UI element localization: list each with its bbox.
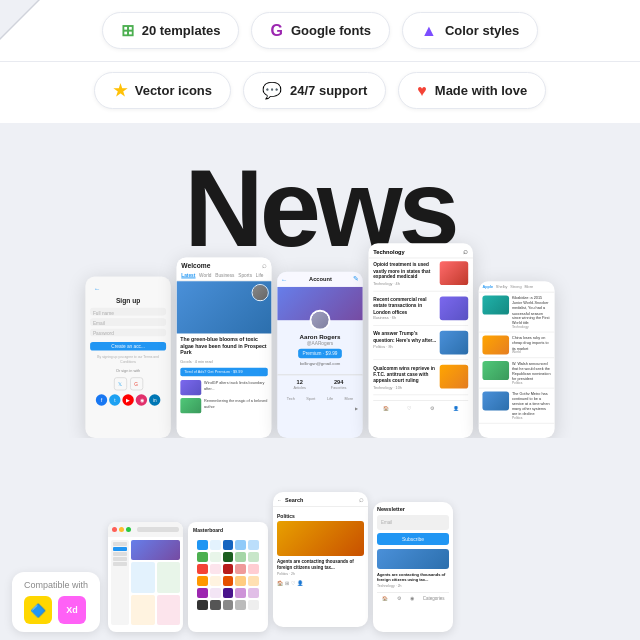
email-input[interactable]: Email xyxy=(377,515,449,530)
premium-banner[interactable]: Tired of Ads? Get Premium · $9.99 xyxy=(180,368,267,377)
signup-password[interactable]: Password xyxy=(90,329,166,337)
profile-background xyxy=(277,287,363,320)
mini-section-tabs: Apple Shelby Strong More xyxy=(479,281,555,292)
profile-nav: ▶ xyxy=(277,404,363,413)
screen-mini-feed: Apple Shelby Strong More Kikabidze: a 20… xyxy=(479,281,555,438)
hero-section: News ← Sign up Full name Email Password … xyxy=(0,123,640,438)
feed-tabs: Latest World Business Sports Life xyxy=(181,272,266,279)
heart-icon: ♥ xyxy=(417,82,427,100)
feature-badges-row1: ⊞ 20 templates G Google fonts ▲ Color st… xyxy=(0,0,640,62)
badge-templates: ⊞ 20 templates xyxy=(102,12,240,49)
list-item: WindGP alters truck limits boundary afte… xyxy=(180,380,267,395)
profile-email: bollingsn@gmail.com xyxy=(282,361,358,366)
list-item: Remembering the magic of a beloved autho… xyxy=(180,399,267,414)
list-item: Recent commercial real estate transactio… xyxy=(373,296,468,326)
search-icon[interactable]: ⌕ xyxy=(463,247,468,256)
twitter-btn[interactable]: 𝕏 xyxy=(113,377,126,390)
palette-icon: ▲ xyxy=(421,22,437,40)
signup-cta[interactable]: Create an acc... xyxy=(90,342,166,351)
mockup-screens: ← Sign up Full name Email Password Creat… xyxy=(85,243,554,438)
list-item: Opioid treatment is used vastly more in … xyxy=(373,261,468,291)
signup-fullname[interactable]: Full name xyxy=(90,308,166,316)
compatible-icons: 🔷 Xd xyxy=(24,596,88,624)
profile-name: Aaron Rogers xyxy=(282,334,358,341)
newsletter-content: Newsletter Email Subscribe Agents are co… xyxy=(373,502,453,608)
folded-corner xyxy=(0,0,40,40)
articles-stat: 12 Articles xyxy=(293,379,305,389)
feed-headline: The green-blue blooms of toxic algae hav… xyxy=(177,334,272,360)
articles-list: Opioid treatment is used vastly more in … xyxy=(368,258,473,438)
chat-icon: 💬 xyxy=(262,81,282,100)
list-item: Qualcomm wins reprieve in F.T.C. antitru… xyxy=(373,365,468,395)
nav-icon: ← xyxy=(277,497,282,503)
newsletter-hero-img xyxy=(377,549,449,569)
xd-icon: Xd xyxy=(58,596,86,624)
list-item: Kikabidze: a 2015 Junior World-Snooker m… xyxy=(479,293,555,333)
desktop-header xyxy=(108,522,183,537)
google-btn[interactable]: G xyxy=(130,377,143,390)
bottom-article: Agents are contacting thousands of forei… xyxy=(277,559,364,576)
list-item: China loses ruby on cheap drug imports t… xyxy=(479,333,555,359)
profile-premium[interactable]: Premium · $9.99 xyxy=(298,349,342,359)
thumb-img xyxy=(180,380,201,395)
social-buttons: 𝕏 G xyxy=(90,377,166,390)
feed-header: Welcome ⌕ Latest World Business Sports L… xyxy=(177,258,272,282)
badge-love: ♥ Made with love xyxy=(398,72,546,109)
badge-icons: ★ Vector icons xyxy=(94,72,231,109)
color-grid xyxy=(193,536,263,614)
signup-email[interactable]: Email xyxy=(90,318,166,326)
feed-small-items: WindGP alters truck limits boundary afte… xyxy=(177,379,272,419)
subscribe-button[interactable]: Subscribe xyxy=(377,533,449,545)
compatible-box: Compatible with 🔷 Xd xyxy=(12,572,100,632)
desktop-content xyxy=(108,537,183,632)
star-icon: ★ xyxy=(113,81,127,100)
signup-title: Sign up xyxy=(90,297,166,304)
screen-signup: ← Sign up Full name Email Password Creat… xyxy=(85,277,171,439)
profile-stats: 12 Articles 294 Favorites xyxy=(277,374,363,393)
list-item: W. Walsh announced that he would seek th… xyxy=(479,358,555,388)
thumb-img xyxy=(180,399,201,414)
sketch-icon: 🔷 xyxy=(24,596,52,624)
color-palette-screen: Masterboard xyxy=(188,522,268,632)
search-icon[interactable]: ⌕ xyxy=(359,495,364,504)
profile-categories: TechSportLifeMore xyxy=(277,393,363,403)
articles-action-bar: 🏠 ♡ ⚙ 👤 xyxy=(373,400,468,414)
grid-icon: ⊞ xyxy=(121,21,134,40)
list-item: The Gothv Metro has continued to be a se… xyxy=(479,388,555,423)
feed-hero-image xyxy=(177,281,272,333)
favorites-stat: 294 Favorites xyxy=(331,379,347,389)
car-image xyxy=(277,521,364,556)
bottom-section: Compatible with 🔷 Xd xyxy=(0,486,640,640)
compatible-label: Compatible with xyxy=(24,580,88,590)
screen-newsletter: Newsletter Email Subscribe Agents are co… xyxy=(373,502,453,632)
screen-news-feed: Welcome ⌕ Latest World Business Sports L… xyxy=(177,258,272,439)
bottom-screens: Masterboard xyxy=(108,492,453,632)
articles-header: Technology ⌕ xyxy=(368,243,473,258)
screen-profile: ← Account ✎ Aaron Rogers @AARogers Premi… xyxy=(277,272,363,438)
profile-handle: @AARogers xyxy=(282,340,358,346)
feed-meta: Goods · 4 min read xyxy=(177,360,272,367)
feature-badges-row2: ★ Vector icons 💬 24/7 support ♥ Made wit… xyxy=(0,62,640,123)
badge-colors: ▲ Color styles xyxy=(402,12,538,49)
badge-fonts: G Google fonts xyxy=(251,12,390,49)
snb-body: Politics Agents are contacting thousands… xyxy=(273,507,368,589)
profile-avatar xyxy=(310,310,331,331)
snb-header: ← Search ⌕ xyxy=(273,492,368,507)
desktop-mockup xyxy=(108,522,183,632)
list-item: We answer Trump's question: Here's why a… xyxy=(373,331,468,360)
screen-bottom-news: ← Search ⌕ Politics Agents are contactin… xyxy=(273,492,368,627)
google-icon: G xyxy=(270,22,282,40)
screen-articles: Technology ⌕ Opioid treatment is used va… xyxy=(368,243,473,438)
badge-support: 💬 24/7 support xyxy=(243,72,386,109)
bottom-action-row: 🏠 ⊞ ♡ 👤 xyxy=(277,580,364,586)
